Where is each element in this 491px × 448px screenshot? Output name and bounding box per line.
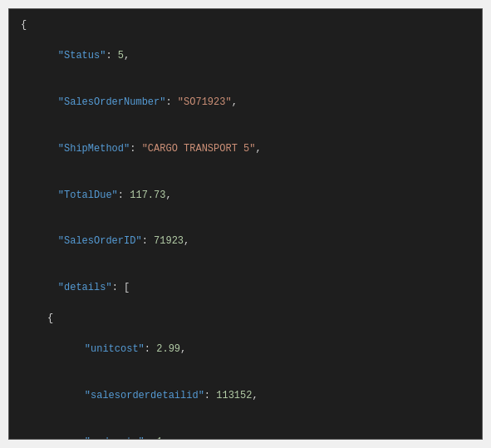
details-key: "details" [58,282,112,293]
details-key-line: "details": [ [21,265,470,312]
status-value: 5 [118,50,124,62]
ship-method-line: "ShipMethod": "CARGO TRANSPORT 5", [21,126,470,172]
detail1-unitcost-line: "unitcost": 2.99, [21,327,470,373]
open-brace: { [21,17,470,33]
detail1-salesorderdetailid-key: "salesorderdetailid" [85,390,204,401]
detail1-salesorderdetailid-line: "salesorderdetailid": 113152, [21,373,470,420]
total-due-key: "TotalDue" [58,190,118,201]
status-key: "Status" [58,50,106,62]
sales-order-number-key: "SalesOrderNumber" [58,96,166,108]
sales-order-id-line: "SalesOrderID": 71923, [21,219,470,265]
detail1-orderqty-key: "orderqty" [85,436,145,440]
total-due-line: "TotalDue": 117.73, [21,172,470,219]
detail1-unitcost-value: 2.99 [156,343,180,355]
ship-method-value: "CARGO TRANSPORT 5" [142,143,256,155]
ship-method-key: "ShipMethod" [58,143,130,155]
sales-order-id-key: "SalesOrderID" [58,235,142,247]
total-due-value: 117.73 [130,190,165,201]
json-viewer[interactable]: { "Status": 5, "SalesOrderNumber": "SO71… [8,8,483,440]
detail1-orderqty-line: "orderqty": 1 [21,419,470,440]
sales-order-id-value: 71923 [154,235,184,247]
status-line: "Status": 5, [21,33,470,80]
detail1-unitcost-key: "unitcost" [85,343,145,355]
detail1-salesorderdetailid-value: 113152 [216,390,252,401]
detail1-open: { [21,311,470,327]
detail1-orderqty-value: 1 [156,436,162,440]
sales-order-number-value: "SO71923" [178,96,232,108]
sales-order-number-line: "SalesOrderNumber": "SO71923", [21,79,470,126]
